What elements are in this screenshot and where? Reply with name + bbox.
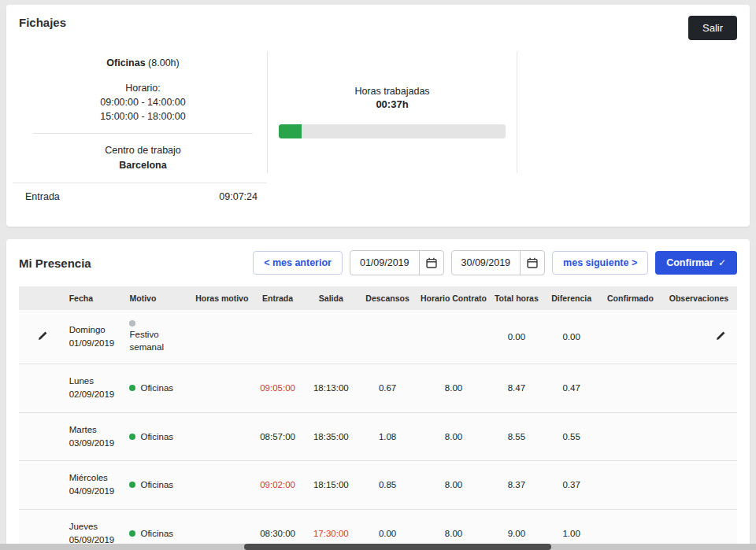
column-header: Fecha	[67, 286, 128, 310]
column-header: Motivo	[127, 286, 192, 310]
cell-horario	[417, 310, 490, 364]
row-day: Miércoles	[69, 471, 125, 485]
calendar-icon[interactable]	[520, 251, 544, 275]
fecha-cell: Domingo 01/09/2019	[67, 310, 128, 364]
table-row: Domingo 01/09/2019 Festivo semanal 0.00 …	[19, 310, 737, 364]
worked-hours-progressbar	[279, 124, 506, 138]
column-header: Descansos	[358, 286, 417, 310]
cell-descansos	[358, 310, 417, 364]
motivo-dot	[129, 482, 135, 488]
horizontal-scrollbar[interactable]	[0, 544, 756, 550]
column-header: Horario Contrato	[417, 286, 490, 310]
worked-hours-value: 00:37h	[376, 98, 408, 110]
schedule-hours-block: Horario: 09:00:00 - 14:00:00 15:00:00 - …	[19, 81, 267, 124]
salir-button[interactable]: Salir	[688, 16, 737, 40]
cell-salida: 18:35:00	[304, 412, 358, 461]
cell-horas-motivo	[192, 310, 251, 364]
work-center-label: Centro de trabajo	[19, 143, 267, 158]
motivo-cell: Oficinas	[127, 364, 192, 413]
motivo-dot	[129, 320, 135, 327]
motivo-label: Oficinas	[140, 480, 173, 489]
date-from-value: 01/09/2019	[350, 257, 419, 268]
table-row: Lunes 02/09/2019 Oficinas 09:05:00 18:13…	[19, 364, 737, 413]
fecha-cell: Miércoles 04/09/2019	[67, 461, 128, 510]
cell-horario: 8.00	[417, 364, 490, 413]
cell-entrada: 09:05:00	[251, 364, 304, 413]
calendar-icon[interactable]	[419, 251, 443, 275]
confirm-button[interactable]: Confirmar ✓	[655, 251, 737, 275]
cell-horario: 8.00	[417, 461, 490, 510]
presencia-table-body: Domingo 01/09/2019 Festivo semanal 0.00 …	[19, 310, 737, 550]
date-to-field[interactable]: 30/09/2019	[451, 250, 546, 275]
cell-salida	[304, 310, 358, 364]
row-date: 01/09/2019	[69, 337, 125, 350]
motivo-dot	[129, 385, 135, 391]
column-header: Salida	[304, 286, 358, 310]
motivo-cell: Festivo semanal	[127, 310, 192, 364]
work-center-value: Barcelona	[19, 158, 267, 173]
table-row: Miércoles 04/09/2019 Oficinas 09:02:00 1…	[19, 461, 737, 510]
observaciones-cell	[661, 461, 737, 510]
edit-row-icon[interactable]	[37, 330, 48, 341]
check-icon: ✓	[718, 257, 726, 268]
row-day: Domingo	[69, 323, 125, 337]
edit-observaciones-icon[interactable]	[715, 330, 726, 341]
cell-descansos: 0.67	[358, 364, 417, 413]
cell-diferencia: 0.47	[543, 364, 600, 413]
cell-total: 0.00	[491, 310, 543, 364]
horario-label: Horario:	[19, 81, 267, 95]
cell-total: 8.55	[491, 412, 543, 461]
motivo-cell: Oficinas	[127, 412, 192, 461]
fichajes-title: Fichajes	[19, 16, 66, 29]
row-day: Martes	[69, 423, 125, 437]
row-day: Lunes	[69, 375, 125, 388]
cell-total: 8.47	[491, 364, 543, 413]
motivo-label: Festivo semanal	[129, 329, 175, 353]
cell-entrada	[251, 310, 304, 364]
cell-confirmado	[600, 461, 661, 510]
motivo-label: Oficinas	[140, 529, 173, 538]
row-date: 02/09/2019	[69, 388, 125, 401]
confirm-label: Confirmar	[666, 257, 713, 268]
cell-entrada: 08:57:00	[251, 412, 304, 461]
column-header: Entrada	[251, 286, 304, 310]
motivo-label: Oficinas	[140, 383, 173, 393]
entrada-label: Entrada	[25, 191, 60, 202]
observaciones-cell	[661, 310, 737, 364]
horario-line-2: 15:00:00 - 18:00:00	[19, 109, 267, 124]
empty-panel	[517, 51, 737, 173]
entrada-time: 09:07:24	[219, 191, 258, 202]
fecha-cell: Lunes 02/09/2019	[67, 364, 128, 413]
scrollbar-thumb[interactable]	[244, 544, 551, 550]
cell-horas-motivo	[192, 412, 251, 461]
next-month-button[interactable]: mes siguiente >	[552, 251, 648, 275]
row-date: 03/09/2019	[69, 437, 125, 450]
month-controls: < mes anterior 01/09/2019 30/09/2019 mes…	[253, 250, 737, 275]
cell-descansos: 0.85	[358, 461, 417, 510]
progress-fill	[279, 124, 302, 138]
row-date: 04/09/2019	[69, 485, 125, 498]
table-row: Martes 03/09/2019 Oficinas 08:57:00 18:3…	[19, 412, 737, 461]
cell-descansos: 1.08	[358, 412, 417, 461]
column-header: Observaciones	[661, 286, 737, 310]
fecha-cell: Martes 03/09/2019	[67, 412, 128, 461]
cell-diferencia: 0.00	[543, 310, 600, 364]
cell-confirmado	[600, 310, 661, 364]
cell-entrada: 09:02:00	[251, 461, 304, 510]
worked-hours-label: Horas trabajadas	[354, 86, 429, 97]
column-header: Horas motivo	[192, 286, 251, 310]
motivo-dot	[129, 530, 135, 537]
entrada-row: Entrada 09:07:24	[13, 183, 267, 210]
row-day: Jueves	[69, 520, 125, 533]
column-header: Diferencia	[543, 286, 600, 310]
date-from-field[interactable]: 01/09/2019	[350, 250, 444, 275]
observaciones-cell	[661, 364, 737, 413]
cell-diferencia: 0.37	[543, 461, 600, 510]
presencia-table: FechaMotivoHoras motivoEntradaSalidaDesc…	[19, 286, 737, 550]
table-header-row: FechaMotivoHoras motivoEntradaSalidaDesc…	[19, 286, 737, 310]
schedule-divider	[33, 133, 253, 134]
prev-month-button[interactable]: < mes anterior	[253, 251, 343, 275]
column-header: Total horas	[491, 286, 543, 310]
edit-column-header	[19, 286, 67, 310]
date-to-value: 30/09/2019	[452, 257, 521, 268]
